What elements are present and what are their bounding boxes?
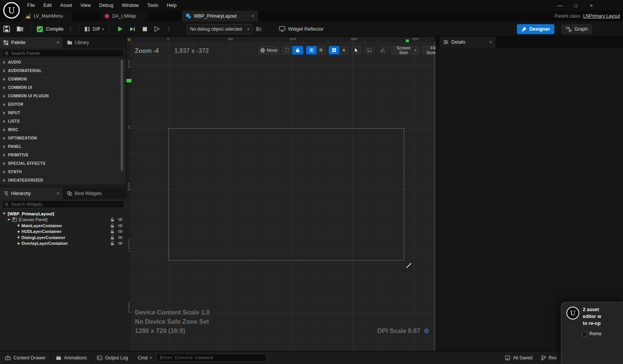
- tab-library[interactable]: Library: [64, 37, 126, 48]
- parent-class-link[interactable]: LNPrimary Layout: [583, 13, 620, 19]
- tab-details[interactable]: Details ×: [440, 37, 495, 48]
- palette-category[interactable]: EDITOR: [0, 100, 126, 109]
- palette-category[interactable]: PANEL: [0, 143, 126, 151]
- close-tab-icon[interactable]: ×: [489, 39, 492, 45]
- mirror-preview-button[interactable]: [378, 46, 388, 54]
- localization-preview-button[interactable]: None: [259, 46, 279, 54]
- screen-size-dropdown[interactable]: Screen Size ▾: [391, 46, 419, 54]
- browse-to-asset-button[interactable]: [13, 21, 28, 37]
- play-options-kebab-icon[interactable]: ⋮: [164, 26, 174, 32]
- notification-toast[interactable]: U 2 asset editor w to re-op Reme: [561, 302, 623, 364]
- designer-mode-button[interactable]: Designer: [517, 24, 555, 34]
- collapse-caret-icon[interactable]: [3, 213, 6, 215]
- lock-viewport-button[interactable]: [292, 46, 303, 54]
- close-tab-icon[interactable]: ×: [57, 191, 59, 196]
- preview-background-button[interactable]: [364, 46, 375, 54]
- safe-zone-toggle-button[interactable]: [282, 46, 293, 54]
- graph-mode-button[interactable]: Graph: [561, 24, 592, 34]
- menu-item[interactable]: File: [23, 0, 39, 11]
- compile-options-kebab-icon[interactable]: ⋮: [66, 26, 75, 32]
- palette-category[interactable]: LISTS: [0, 117, 126, 126]
- palette-category[interactable]: COMMON UI: [0, 84, 126, 92]
- visibility-eye-icon[interactable]: [118, 218, 123, 221]
- tab-hierarchy[interactable]: Hierarchy ×: [0, 188, 63, 199]
- menu-item[interactable]: Help: [162, 0, 181, 11]
- search-palette-input[interactable]: [2, 49, 124, 57]
- tab-palette[interactable]: Palette ×: [0, 37, 63, 48]
- palette-scrollbar-thumb[interactable]: [121, 60, 123, 171]
- menu-item[interactable]: Edit: [39, 0, 56, 11]
- close-window-button[interactable]: ×: [584, 0, 599, 11]
- debug-object-dropdown[interactable]: No debug object selected ▾: [187, 24, 252, 34]
- tab-da-lnmap[interactable]: DA_LNMap: [100, 11, 149, 21]
- tree-row-root[interactable]: [WBP_PrimaryLayout]: [0, 211, 126, 217]
- unlock-icon[interactable]: [110, 217, 115, 222]
- palette-category[interactable]: AUDIO: [0, 58, 126, 67]
- save-status[interactable]: All Saved: [505, 351, 533, 364]
- palette-category[interactable]: SYNTH: [0, 168, 126, 176]
- close-tab-icon[interactable]: ×: [56, 40, 59, 45]
- unlock-icon[interactable]: [110, 223, 115, 228]
- widget-selection-outline[interactable]: [169, 128, 404, 261]
- minimize-button[interactable]: —: [552, 0, 568, 11]
- palette-category[interactable]: INPUT: [0, 109, 126, 117]
- fill-screen-dropdown[interactable]: Fill Screen ▾: [422, 46, 436, 54]
- stop-button[interactable]: [139, 24, 150, 34]
- widget-reflector-button[interactable]: Widget Reflector: [279, 26, 323, 32]
- visibility-eye-icon[interactable]: [118, 236, 123, 239]
- tab-bind-widgets[interactable]: Bind Widgets: [64, 188, 126, 199]
- visibility-eye-icon[interactable]: [118, 224, 123, 228]
- unlock-icon[interactable]: [110, 235, 115, 240]
- frame-skip-button[interactable]: [127, 24, 138, 34]
- grid-snap-toggle-button[interactable]: [329, 46, 339, 54]
- close-tab-icon[interactable]: ×: [251, 13, 254, 19]
- designer-viewport[interactable]: 0500100015002000 500050010001500 Zoom -4…: [126, 37, 436, 351]
- outline-mode-button[interactable]: [306, 46, 317, 54]
- collapse-caret-icon[interactable]: [7, 219, 10, 221]
- menu-item[interactable]: Tools: [143, 0, 162, 11]
- palette-category[interactable]: AUDIOMATERIAL: [0, 67, 126, 75]
- play-button[interactable]: [115, 24, 126, 34]
- tree-row-widget[interactable]: DialogLayerContainer: [0, 234, 126, 241]
- unreal-engine-logo-icon[interactable]: U: [3, 2, 20, 19]
- diff-button[interactable]: Diff ▾: [82, 26, 106, 32]
- menu-item[interactable]: Window: [118, 0, 143, 11]
- tab-lv-mainmenu[interactable]: LV_MainMenu: [21, 11, 72, 21]
- tree-row-canvas-panel[interactable]: [Canvas Panel]: [0, 217, 126, 223]
- palette-category[interactable]: MISC: [0, 126, 126, 134]
- tab-wbp-primarylayout[interactable]: WBP_PrimaryLayout ×: [182, 11, 258, 21]
- compile-button[interactable]: Compile: [34, 26, 66, 33]
- search-widgets-input[interactable]: [2, 200, 124, 208]
- tree-row-widget[interactable]: OverlayLayerContainer: [0, 241, 126, 247]
- palette-category[interactable]: SPECIAL EFFECTS: [0, 159, 126, 168]
- remember-checkbox[interactable]: [582, 331, 587, 336]
- content-drawer-button[interactable]: Content Drawer: [0, 351, 51, 364]
- dpi-settings-gear-icon[interactable]: ⚙: [424, 327, 429, 334]
- palette-category[interactable]: UNCATEGORIZED: [0, 176, 126, 185]
- save-button[interactable]: [0, 21, 13, 37]
- menu-item[interactable]: View: [76, 0, 95, 11]
- palette-category[interactable]: COMMON: [0, 75, 126, 84]
- visibility-eye-icon[interactable]: [118, 230, 123, 233]
- output-log-button[interactable]: Output Log: [92, 351, 133, 364]
- unlock-icon[interactable]: [110, 229, 115, 234]
- revision-control-button[interactable]: Rev: [541, 351, 557, 364]
- grid-snap-size-button[interactable]: 4: [339, 46, 348, 54]
- palette-category[interactable]: COMMON UI PLUGIN: [0, 92, 126, 100]
- animations-button[interactable]: Animations: [51, 351, 92, 364]
- advance-button[interactable]: [152, 24, 162, 34]
- palette-category[interactable]: OPTIMIZATION: [0, 134, 126, 143]
- palette-category[interactable]: PRIMITIVE: [0, 151, 126, 159]
- respect-locks-button[interactable]: R: [316, 46, 326, 54]
- cmd-dropdown[interactable]: Cmd ▾: [133, 355, 156, 361]
- console-command-input[interactable]: [156, 354, 266, 362]
- menu-item[interactable]: Debug: [95, 0, 118, 11]
- unlock-icon[interactable]: [110, 241, 115, 246]
- visibility-eye-icon[interactable]: [118, 241, 123, 245]
- browse-debug-object-button[interactable]: [252, 21, 266, 37]
- tree-row-widget[interactable]: HUDLayerContainer: [0, 229, 126, 235]
- select-tool-button[interactable]: [351, 46, 361, 54]
- maximize-button[interactable]: □: [568, 0, 584, 11]
- menu-item[interactable]: Asset: [56, 0, 76, 11]
- tree-row-widget[interactable]: MainLayerContainer: [0, 223, 126, 229]
